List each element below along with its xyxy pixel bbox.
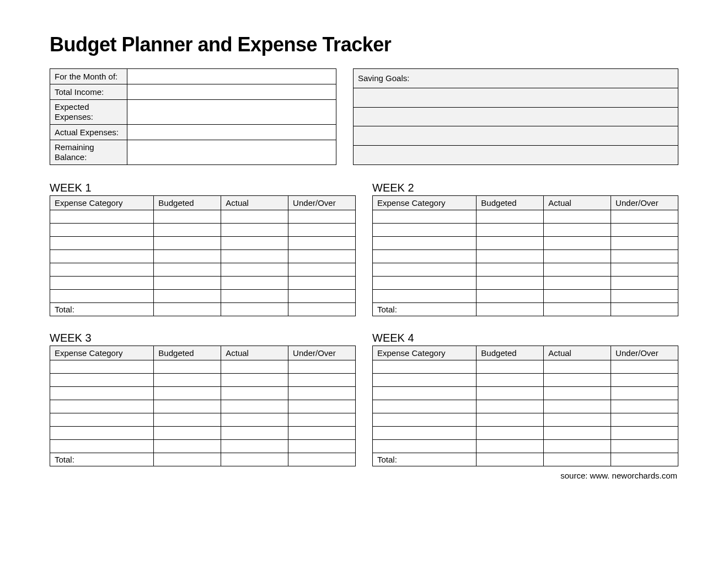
col-header-underover: Under/Over — [288, 196, 356, 210]
col-header-actual: Actual — [544, 346, 611, 360]
col-header-actual: Actual — [221, 196, 288, 210]
week-block-3: WEEK 3 Expense Category Budgeted Actual … — [50, 332, 356, 466]
col-header-budgeted: Budgeted — [477, 346, 544, 360]
table-row — [373, 224, 678, 237]
total-label: Total: — [373, 303, 477, 316]
table-row — [373, 400, 678, 413]
saving-goals-table: Saving Goals: — [353, 68, 678, 165]
table-row — [50, 237, 356, 250]
col-header-underover: Under/Over — [288, 346, 356, 360]
table-row — [50, 250, 356, 263]
table-row — [50, 277, 356, 290]
col-header-category: Expense Category — [373, 346, 477, 360]
table-row — [373, 360, 678, 374]
week-title: WEEK 1 — [50, 182, 356, 194]
table-row — [50, 224, 356, 237]
week-title: WEEK 2 — [372, 182, 678, 194]
col-header-category: Expense Category — [373, 196, 477, 210]
week-title: WEEK 4 — [372, 332, 678, 344]
week-title: WEEK 3 — [50, 332, 356, 344]
week-block-2: WEEK 2 Expense Category Budgeted Actual … — [372, 182, 678, 316]
table-row — [373, 374, 678, 387]
table-row — [373, 440, 678, 453]
summary-label-actual: Actual Expenses: — [50, 125, 127, 140]
saving-goal-row[interactable] — [354, 107, 678, 126]
total-label: Total: — [50, 303, 154, 316]
total-row: Total: — [373, 303, 678, 316]
table-row — [373, 210, 678, 224]
saving-goal-row[interactable] — [354, 126, 678, 146]
table-row — [50, 413, 356, 427]
summary-label-expected: Expected Expenses: — [50, 100, 127, 125]
summary-value-income[interactable] — [127, 84, 336, 100]
top-row: For the Month of: Total Income: Expected… — [50, 68, 678, 165]
summary-value-expected[interactable] — [127, 100, 336, 125]
week-table: Expense Category Budgeted Actual Under/O… — [372, 346, 678, 466]
table-row — [50, 210, 356, 224]
table-row — [50, 440, 356, 453]
table-row — [373, 263, 678, 277]
col-header-underover: Under/Over — [611, 196, 678, 210]
table-row — [50, 290, 356, 303]
week-table: Expense Category Budgeted Actual Under/O… — [372, 195, 678, 316]
table-row — [373, 427, 678, 440]
table-row — [50, 387, 356, 400]
saving-goal-row[interactable] — [354, 146, 678, 165]
week-table: Expense Category Budgeted Actual Under/O… — [50, 346, 356, 466]
table-row — [50, 360, 356, 374]
table-row — [373, 290, 678, 303]
table-row — [50, 427, 356, 440]
page-container: Budget Planner and Expense Tracker For t… — [0, 0, 728, 480]
col-header-budgeted: Budgeted — [477, 196, 544, 210]
col-header-actual: Actual — [221, 346, 288, 360]
week-block-1: WEEK 1 Expense Category Budgeted Actual … — [50, 182, 356, 316]
summary-value-remaining[interactable] — [127, 140, 336, 165]
col-header-underover: Under/Over — [611, 346, 678, 360]
summary-table: For the Month of: Total Income: Expected… — [50, 68, 336, 165]
col-header-budgeted: Budgeted — [154, 346, 221, 360]
week-block-4: WEEK 4 Expense Category Budgeted Actual … — [372, 332, 678, 466]
saving-goals-header: Saving Goals: — [354, 69, 678, 88]
summary-label-income: Total Income: — [50, 84, 127, 100]
col-header-category: Expense Category — [50, 196, 154, 210]
table-row — [50, 374, 356, 387]
summary-label-remaining: Remaining Balance: — [50, 140, 127, 165]
total-row: Total: — [50, 303, 356, 316]
page-title: Budget Planner and Expense Tracker — [50, 33, 678, 56]
table-row — [373, 387, 678, 400]
total-label: Total: — [373, 453, 477, 466]
week-table: Expense Category Budgeted Actual Under/O… — [50, 195, 356, 316]
weeks-grid: WEEK 1 Expense Category Budgeted Actual … — [50, 182, 678, 466]
table-row — [373, 250, 678, 263]
table-row — [373, 413, 678, 427]
col-header-category: Expense Category — [50, 346, 154, 360]
col-header-actual: Actual — [544, 196, 611, 210]
summary-value-actual[interactable] — [127, 125, 336, 140]
summary-label-month: For the Month of: — [50, 69, 127, 84]
saving-goal-row[interactable] — [354, 88, 678, 107]
table-row — [373, 277, 678, 290]
table-row — [373, 237, 678, 250]
total-row: Total: — [373, 453, 678, 466]
total-row: Total: — [50, 453, 356, 466]
col-header-budgeted: Budgeted — [154, 196, 221, 210]
summary-value-month[interactable] — [127, 69, 336, 84]
table-row — [50, 263, 356, 277]
table-row — [50, 400, 356, 413]
total-label: Total: — [50, 453, 154, 466]
source-text: source: www. neworchards.com — [50, 471, 678, 480]
